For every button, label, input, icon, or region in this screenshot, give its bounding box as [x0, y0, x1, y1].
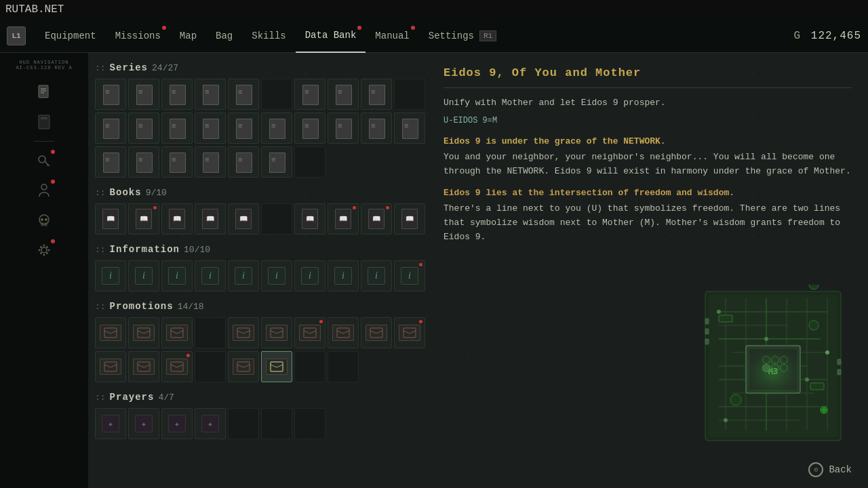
svg-point-76 [732, 339, 814, 407]
nav-manual[interactable]: Manual [366, 19, 418, 53]
info-item[interactable]: i [261, 260, 292, 291]
promo-item[interactable] [95, 351, 126, 382]
sidebar-divider-1 [34, 141, 54, 142]
svg-rect-36 [237, 362, 250, 371]
series-item[interactable] [328, 113, 359, 144]
book-item[interactable]: 📖 [161, 203, 193, 235]
nav-missions[interactable]: Missions [106, 19, 170, 53]
book-item[interactable]: 📖 [95, 203, 126, 235]
series-item[interactable] [195, 113, 226, 144]
book-item[interactable]: 📖 [294, 203, 326, 235]
series-item[interactable] [228, 113, 259, 144]
svg-rect-5 [41, 117, 47, 119]
prayer-item[interactable]: ✦ [128, 408, 159, 439]
series-grid-row2 [95, 113, 420, 144]
back-button[interactable]: ⊙ Back [808, 462, 852, 477]
svg-point-17 [43, 254, 45, 256]
series-item[interactable] [95, 113, 126, 144]
series-item[interactable] [95, 146, 126, 178]
promo-item[interactable] [261, 317, 292, 348]
series-item[interactable] [261, 113, 292, 144]
series-item[interactable] [361, 79, 392, 110]
series-item[interactable] [294, 79, 326, 110]
section-info-count: 10/10 [184, 245, 210, 255]
info-item[interactable]: i [294, 260, 326, 291]
series-item[interactable] [128, 79, 159, 110]
sidebar: HUD NAVIGATIONAI-C53-128 REV A [0, 53, 88, 488]
series-item[interactable] [328, 79, 359, 110]
nav-settings[interactable]: Settings R1 [419, 19, 506, 53]
book-item[interactable]: 📖 [394, 203, 425, 235]
sidebar-icon-document[interactable] [31, 79, 58, 106]
promo-item[interactable] [228, 317, 259, 348]
series-item[interactable] [361, 113, 392, 144]
book-item[interactable]: 📖 [328, 203, 359, 235]
person-dot [51, 180, 55, 184]
series-item[interactable] [161, 146, 193, 178]
sidebar-icon-skull[interactable] [31, 207, 58, 234]
series-item[interactable] [195, 146, 226, 178]
prayer-item[interactable]: ✦ [195, 408, 226, 439]
promo-item[interactable] [228, 351, 259, 382]
promo-item[interactable] [128, 351, 159, 382]
nav-databank[interactable]: Data Bank [296, 19, 366, 53]
promo-item[interactable] [361, 317, 392, 348]
promo-item[interactable] [95, 317, 126, 348]
svg-point-69 [717, 310, 721, 314]
series-item[interactable] [128, 113, 159, 144]
nav-equipment[interactable]: Equipment [35, 19, 106, 53]
book-item[interactable]: 📖 [128, 203, 159, 235]
series-item[interactable] [95, 79, 126, 110]
sidebar-icon-gear[interactable] [31, 237, 58, 264]
svg-rect-25 [138, 328, 150, 338]
section-info-header: :: Information 10/10 [95, 244, 420, 255]
panel-text-3: There's a line next to you (U) that symb… [443, 202, 852, 244]
key-dot [51, 150, 55, 154]
promo-item[interactable] [394, 317, 425, 348]
promo-item[interactable] [128, 317, 159, 348]
promo-item[interactable] [161, 317, 193, 348]
book-item[interactable]: 📖 [228, 203, 259, 235]
series-item[interactable] [294, 113, 326, 144]
nav-skills[interactable]: Skills [242, 19, 295, 53]
prayer-item[interactable]: ✦ [95, 408, 126, 439]
series-item[interactable] [161, 79, 193, 110]
nav-map[interactable]: Map [170, 19, 206, 53]
svg-point-21 [46, 252, 48, 254]
svg-point-19 [48, 249, 50, 251]
series-item[interactable] [161, 113, 193, 144]
series-item[interactable] [195, 79, 226, 110]
prayer-item[interactable]: ✦ [161, 408, 193, 439]
promo-item-active[interactable] [261, 351, 292, 382]
series-item[interactable] [261, 146, 292, 178]
promo-item[interactable] [294, 317, 326, 348]
info-item[interactable]: i [361, 260, 392, 291]
promo-item[interactable] [328, 317, 359, 348]
svg-point-66 [730, 394, 741, 405]
info-item[interactable]: i [128, 260, 159, 291]
detail-panel: Eidos 9, Of You and Mother Unify with Mo… [427, 53, 868, 488]
series-grid-row3 [95, 146, 420, 178]
info-item[interactable]: i [195, 260, 226, 291]
book-dot [353, 206, 356, 209]
series-item[interactable] [228, 146, 259, 178]
nav-bag[interactable]: Bag [206, 19, 242, 53]
series-item[interactable] [228, 79, 259, 110]
svg-point-73 [724, 418, 728, 422]
info-item[interactable]: i [161, 260, 193, 291]
book-item[interactable]: 📖 [361, 203, 392, 235]
info-item[interactable]: i [95, 260, 126, 291]
promo-item-empty [195, 317, 226, 348]
info-item[interactable]: i [394, 260, 425, 291]
section-info-title: Information [110, 244, 180, 255]
sidebar-icon-person[interactable] [31, 177, 58, 204]
series-item[interactable] [394, 113, 425, 144]
series-item[interactable] [128, 146, 159, 178]
svg-rect-64 [719, 315, 732, 322]
sidebar-icon-key[interactable] [31, 147, 58, 174]
info-item[interactable]: i [328, 260, 359, 291]
promo-item[interactable] [161, 351, 193, 382]
sidebar-icon-page[interactable] [31, 108, 58, 136]
book-item[interactable]: 📖 [195, 203, 226, 235]
info-item[interactable]: i [228, 260, 259, 291]
